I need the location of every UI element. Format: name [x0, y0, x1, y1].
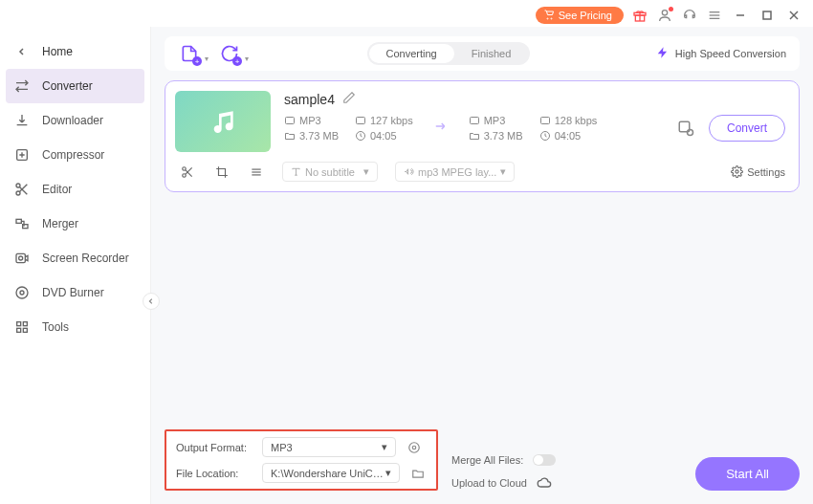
sidebar-item-label: Tools [42, 320, 69, 334]
crop-icon[interactable] [213, 164, 231, 181]
merger-icon [13, 215, 31, 232]
chevron-down-icon: ▾ [245, 55, 249, 63]
bitrate-icon [355, 115, 366, 126]
sidebar-item-label: Compressor [42, 148, 104, 162]
svg-point-19 [19, 256, 23, 260]
effect-settings-icon[interactable] [676, 119, 695, 138]
gift-icon[interactable] [631, 7, 648, 24]
file-location-select[interactable]: K:\Wondershare UniConverter 1 ▾ [262, 463, 400, 483]
music-note-icon [208, 106, 238, 137]
add-file-button[interactable]: + ▾ [178, 42, 201, 65]
svg-point-12 [16, 184, 20, 187]
recorder-icon [13, 250, 31, 267]
sidebar-item-compressor[interactable]: Compressor [0, 138, 150, 172]
high-speed-toggle[interactable]: High Speed Conversion [656, 46, 786, 61]
settings-label: Settings [747, 166, 785, 178]
svg-point-33 [687, 130, 692, 136]
merge-toggle[interactable] [533, 454, 556, 466]
menu-icon[interactable] [706, 7, 723, 24]
start-all-button[interactable]: Start All [695, 457, 800, 491]
folder-icon [469, 130, 480, 142]
svg-rect-27 [357, 118, 365, 124]
sidebar-item-merger[interactable]: Merger [0, 207, 150, 241]
svg-point-3 [662, 11, 667, 15]
close-button[interactable] [784, 6, 803, 25]
audio-value: mp3 MPEG lay... [418, 166, 496, 178]
audio-dropdown[interactable]: mp3 MPEG lay... ▾ [395, 162, 515, 182]
tab-finished[interactable]: Finished [454, 44, 529, 63]
file-settings-button[interactable]: Settings [731, 165, 785, 178]
sidebar-item-label: DVD Burner [42, 286, 104, 299]
svg-rect-24 [17, 328, 21, 332]
sidebar: Home Converter Downloader Compressor Edi… [0, 27, 151, 504]
sidebar-item-converter[interactable]: Converter [6, 69, 144, 103]
headset-icon[interactable] [681, 7, 698, 24]
bitrate-icon [539, 115, 551, 126]
sidebar-home-label: Home [42, 45, 73, 58]
svg-rect-26 [286, 118, 295, 124]
upload-cloud-row[interactable]: Upload to Cloud [451, 475, 556, 491]
maximize-button[interactable] [758, 6, 777, 25]
format-settings-icon[interactable] [406, 439, 423, 456]
rename-icon[interactable] [342, 91, 356, 107]
output-format-label: Output Format: [176, 442, 253, 453]
high-speed-label: High Speed Conversion [675, 48, 786, 59]
clock-icon [539, 130, 551, 142]
output-format-value: MP3 [271, 442, 293, 453]
svg-rect-23 [23, 322, 27, 326]
svg-rect-29 [470, 118, 478, 124]
trim-icon[interactable] [179, 164, 196, 181]
subtitle-dropdown[interactable]: No subtitle ▾ [282, 162, 378, 182]
svg-rect-18 [16, 253, 25, 262]
file-name: sample4 [284, 92, 335, 107]
minimize-button[interactable] [731, 6, 750, 25]
browse-folder-icon[interactable] [409, 465, 427, 482]
svg-rect-25 [23, 328, 27, 332]
folder-icon [284, 130, 296, 142]
format-icon [469, 115, 480, 126]
sidebar-item-tools[interactable]: Tools [0, 310, 150, 344]
chevron-left-icon [147, 297, 155, 305]
svg-point-35 [183, 173, 187, 177]
arrow-icon [428, 118, 453, 139]
sidebar-item-label: Screen Recorder [42, 252, 129, 265]
upload-label: Upload to Cloud [451, 477, 527, 489]
sidebar-home[interactable]: Home [0, 34, 150, 69]
more-icon[interactable] [248, 164, 265, 181]
dst-duration: 04:05 [555, 130, 582, 142]
add-url-button[interactable]: + ▾ [218, 42, 241, 65]
chevron-down-icon: ▾ [205, 55, 209, 63]
output-settings-box: Output Format: MP3 ▾ File Location: K:\W… [165, 429, 438, 491]
scissors-icon [13, 181, 31, 198]
collapse-sidebar-button[interactable] [143, 293, 160, 310]
dst-size: 3.73 MB [484, 130, 523, 142]
output-format-select[interactable]: MP3 ▾ [262, 437, 396, 457]
sidebar-item-label: Downloader [42, 114, 103, 127]
file-location-value: K:\Wondershare UniConverter 1 [271, 468, 385, 479]
pricing-label: See Pricing [559, 10, 612, 21]
sidebar-item-editor[interactable]: Editor [0, 172, 150, 207]
svg-rect-22 [17, 322, 21, 326]
svg-point-13 [16, 191, 20, 195]
converter-icon [13, 77, 31, 95]
sidebar-item-downloader[interactable]: Downloader [0, 103, 150, 138]
chevron-down-icon: ▾ [385, 467, 391, 479]
grid-icon [13, 318, 31, 336]
file-location-label: File Location: [176, 468, 253, 479]
file-thumbnail[interactable] [175, 91, 271, 152]
titlebar: See Pricing [0, 0, 813, 27]
convert-button[interactable]: Convert [709, 115, 785, 142]
tab-converting[interactable]: Converting [369, 44, 454, 63]
sidebar-item-screen-recorder[interactable]: Screen Recorder [0, 241, 150, 275]
cart-icon [543, 10, 555, 21]
content-area: + ▾ + ▾ Converting Finished High Speed C… [151, 27, 813, 504]
user-icon[interactable] [656, 7, 673, 24]
src-bitrate: 127 kbps [370, 115, 413, 126]
sidebar-item-dvd-burner[interactable]: DVD Burner [0, 275, 150, 310]
subtitle-value: No subtitle [305, 166, 355, 178]
see-pricing-button[interactable]: See Pricing [536, 7, 624, 24]
disc-icon [13, 284, 31, 301]
topbar: + ▾ + ▾ Converting Finished High Speed C… [165, 36, 800, 71]
format-icon [284, 115, 296, 126]
svg-rect-30 [540, 118, 549, 124]
